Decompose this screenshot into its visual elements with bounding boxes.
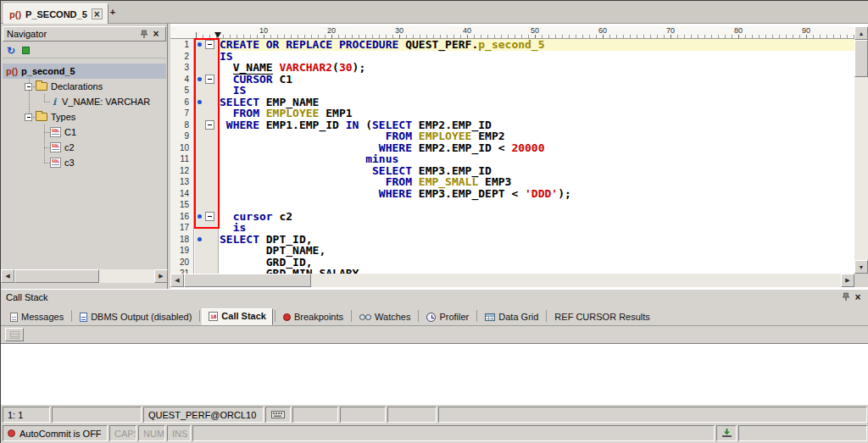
tab-breakpoints[interactable]: Breakpoints	[277, 309, 349, 325]
gutter-row[interactable]	[195, 130, 218, 142]
fold-collapse-icon[interactable]	[205, 40, 214, 49]
breakpoint-dot-icon[interactable]	[198, 42, 202, 47]
scroll-right-icon[interactable]: ▶	[841, 274, 854, 287]
navigator-horizontal-scrollbar[interactable]: ◀ ▶	[1, 269, 168, 283]
gutter-row[interactable]	[195, 97, 218, 108]
gutter-row[interactable]	[195, 165, 218, 177]
code-line[interactable]: CREATE OR REPLACE PROCEDURE QUEST_PERF.p…	[220, 39, 854, 51]
code-line[interactable]: FROM EMPLOYEE EMP1	[220, 108, 854, 119]
tab-ref-cursor-results[interactable]: REF CURSOR Results	[548, 309, 655, 325]
breakpoint-dot-icon[interactable]	[198, 100, 202, 104]
fold-gutter[interactable]	[195, 39, 219, 274]
code-line[interactable]: IS	[220, 51, 854, 63]
scroll-up-icon[interactable]: ▲	[854, 26, 868, 40]
gutter-row[interactable]	[195, 108, 218, 119]
sync-icon[interactable]	[22, 47, 30, 54]
breakpoint-dot-icon[interactable]	[198, 214, 202, 219]
scroll-left-icon[interactable]: ◀	[170, 274, 184, 287]
code-line[interactable]: CURSOR C1	[220, 74, 854, 86]
gutter-row[interactable]	[195, 51, 218, 63]
code-line[interactable]	[220, 199, 854, 211]
gutter-row[interactable]	[195, 85, 218, 97]
code-line[interactable]: DPT_NAME,	[220, 245, 854, 257]
tree-item-v-name[interactable]: i V_NAME: VARCHAR	[3, 94, 166, 109]
gutter-row[interactable]	[195, 199, 218, 211]
tree-item-c3[interactable]: c3	[3, 155, 166, 170]
tab-messages[interactable]: Messages	[4, 309, 70, 325]
code-line[interactable]: V_NAME VARCHAR2(30);	[220, 62, 854, 74]
gutter-row[interactable]	[195, 62, 218, 74]
code-line[interactable]: WHERE EMP3.EMP_DEPT < 'DDD');	[220, 188, 854, 200]
editor-vertical-scrollbar[interactable]: ▲ ▼	[854, 26, 868, 274]
tree-item-types[interactable]: Types	[3, 109, 166, 125]
tab-profiler[interactable]: Profiler	[420, 309, 475, 325]
scrollbar-thumb[interactable]	[854, 40, 868, 77]
code-line[interactable]: minus	[220, 153, 854, 165]
scrollbar-thumb[interactable]	[184, 274, 311, 287]
call-stack-panel-header: Call Stack	[1, 289, 868, 304]
tree-item-c1[interactable]: C1	[3, 125, 166, 140]
code-line[interactable]: cursor c2	[220, 211, 854, 223]
code-line[interactable]: GRD_MIN_SALARY,	[220, 268, 854, 274]
line-number: 6	[170, 97, 193, 108]
refresh-icon[interactable]	[7, 45, 15, 57]
tree-item-declarations[interactable]: Declarations	[3, 79, 166, 94]
fold-collapse-icon[interactable]	[205, 212, 214, 221]
tree-item-p-second-5[interactable]: p() p_second_5	[3, 64, 166, 79]
code-line[interactable]: GRD_ID,	[220, 257, 854, 269]
code-line[interactable]: IS	[220, 85, 854, 97]
gutter-row[interactable]	[195, 245, 218, 257]
breakpoint-dot-icon[interactable]	[198, 77, 202, 81]
editor-horizontal-scrollbar[interactable]: ◀ ▶	[170, 274, 854, 287]
call-stack-list-button[interactable]	[5, 328, 24, 341]
tab-call-stack[interactable]: Call Stack	[202, 308, 273, 325]
line-number: 12	[170, 165, 193, 177]
tab-dbms-output-disabled-[interactable]: DBMS Output (disabled)	[74, 309, 198, 325]
new-tab-button[interactable]: +	[106, 6, 120, 19]
line-number: 7	[170, 108, 193, 119]
close-icon[interactable]	[150, 28, 162, 40]
gutter-row[interactable]	[195, 142, 218, 154]
gutter-row[interactable]	[195, 257, 218, 269]
code-line[interactable]: SELECT EMP_NAME	[220, 97, 854, 108]
status-cell	[387, 407, 437, 423]
pin-icon[interactable]	[138, 28, 150, 40]
close-icon[interactable]	[852, 291, 864, 303]
gutter-row[interactable]	[195, 234, 218, 246]
status-cell	[265, 407, 291, 423]
scroll-left-icon[interactable]: ◀	[1, 269, 14, 283]
scroll-right-icon[interactable]: ▶	[154, 269, 168, 283]
gutter-row[interactable]	[195, 188, 218, 200]
gutter-row[interactable]	[195, 268, 218, 274]
scroll-down-icon[interactable]: ▼	[854, 260, 868, 274]
code-line[interactable]: FROM EMPLOYEE EMP2	[220, 130, 854, 142]
gutter-row[interactable]	[195, 211, 218, 223]
breakpoint-dot-icon[interactable]	[198, 237, 202, 241]
collapse-icon[interactable]	[25, 83, 32, 91]
gutter-row[interactable]	[195, 176, 218, 188]
code-area[interactable]: CREATE OR REPLACE PROCEDURE QUEST_PERF.p…	[220, 39, 854, 274]
code-line[interactable]: WHERE EMP1.EMP_ID IN (SELECT EMP2.EMP_ID	[220, 119, 854, 131]
tree-item-c2[interactable]: c2	[3, 140, 166, 155]
code-line[interactable]: FROM EMP_SMALL EMP3	[220, 176, 854, 188]
export-button[interactable]	[716, 425, 737, 441]
scrollbar-thumb[interactable]	[14, 269, 99, 283]
pin-icon[interactable]	[840, 291, 852, 303]
tab-p-second-5[interactable]: p() P_SECOND_5	[3, 3, 108, 24]
code-line[interactable]: is	[220, 222, 854, 234]
collapse-icon[interactable]	[25, 114, 32, 121]
gutter-row[interactable]	[195, 222, 218, 234]
gutter-row[interactable]	[195, 39, 218, 51]
code-line[interactable]: SELECT EMP3.EMP_ID	[220, 165, 854, 177]
code-line[interactable]: SELECT DPT_ID,	[220, 234, 854, 246]
code-line[interactable]: WHERE EMP2.EMP_ID < 20000	[220, 142, 854, 154]
gutter-row[interactable]	[195, 74, 218, 86]
fold-collapse-icon[interactable]	[205, 120, 214, 130]
fold-collapse-icon[interactable]	[205, 75, 214, 84]
gutter-row[interactable]	[195, 119, 218, 131]
tab-data-grid[interactable]: Data Grid	[479, 309, 544, 325]
tab-watches[interactable]: Watches	[353, 309, 416, 325]
call-stack-content[interactable]	[1, 343, 868, 405]
gutter-row[interactable]	[195, 153, 218, 165]
close-icon[interactable]	[92, 8, 103, 19]
